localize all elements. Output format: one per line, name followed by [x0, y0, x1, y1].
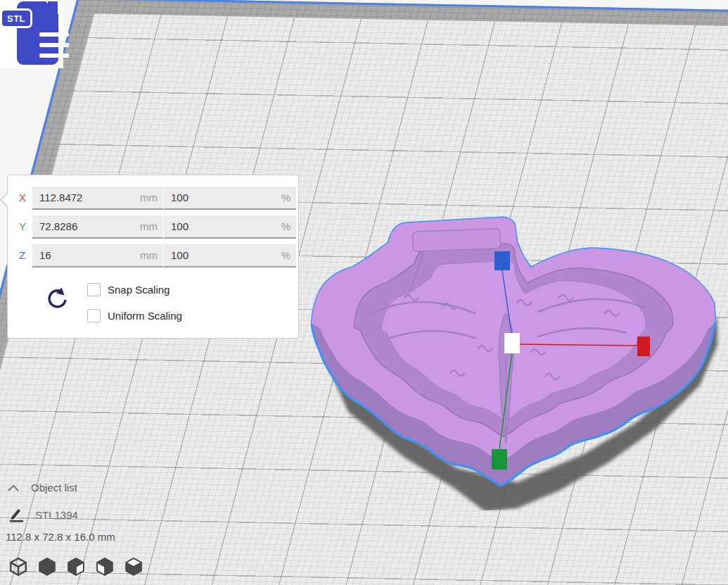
object-dimensions: 112.8 x 72.8 x 16.0 mm — [6, 531, 115, 543]
percent-unit: % — [281, 220, 290, 232]
cube-top-face-icon — [124, 557, 143, 577]
uniform-scaling-checkbox[interactable] — [87, 309, 101, 322]
y-mm-field[interactable]: 72.8286 mm — [32, 215, 163, 239]
view-front-button[interactable] — [37, 557, 57, 577]
center-scale-handle[interactable] — [504, 333, 520, 353]
cube-right-face-icon — [66, 557, 86, 577]
view-left-button[interactable] — [95, 557, 115, 577]
chevron-up-icon — [7, 484, 20, 492]
cube-wireframe-icon — [8, 557, 28, 577]
view-right-button[interactable] — [124, 557, 143, 577]
mm-unit: mm — [140, 220, 158, 232]
view-top-button[interactable] — [66, 557, 86, 577]
view-3d-button[interactable] — [8, 557, 28, 577]
mm-unit: mm — [140, 191, 158, 203]
y-scale-handle[interactable] — [492, 449, 507, 470]
snap-scaling-label: Snap Scaling — [108, 284, 170, 296]
z-mm-field[interactable]: 16 mm — [32, 244, 163, 268]
percent-unit: % — [281, 249, 290, 261]
model-3d-view — [306, 208, 728, 510]
stl-badge: STL — [0, 8, 32, 28]
object-list-label: Object list — [31, 482, 77, 493]
cube-left-face-icon — [95, 557, 115, 577]
scale-row-x: X 112.8472 mm 100 % — [8, 187, 298, 210]
cube-solid-icon — [37, 557, 57, 577]
x-percent-field[interactable]: 100 % — [164, 187, 296, 210]
reset-arrow-icon — [44, 287, 69, 312]
camera-view-toolbar — [8, 557, 143, 577]
scale-row-z: Z 16 mm 100 % — [8, 244, 298, 268]
y-percent-field[interactable]: 100 % — [164, 215, 296, 239]
z-scale-handle[interactable] — [494, 251, 510, 270]
reset-scale-button[interactable] — [43, 287, 70, 313]
snap-scaling-checkbox[interactable] — [87, 283, 101, 296]
z-percent-field[interactable]: 100 % — [164, 244, 296, 268]
y-axis-label: Y — [19, 220, 26, 232]
object-name: STL1394 — [35, 509, 78, 521]
percent-unit: % — [281, 191, 290, 203]
scale-row-y: Y 72.8286 mm 100 % — [8, 215, 298, 239]
x-mm-field[interactable]: 112.8472 mm — [32, 187, 163, 210]
object-list-toggle[interactable]: Object list — [7, 482, 77, 493]
x-scale-handle[interactable] — [637, 336, 650, 356]
object-list-item[interactable]: STL1394 — [8, 507, 78, 522]
uniform-scaling-row: Uniform Scaling — [87, 308, 182, 322]
x-axis-label: X — [19, 191, 26, 203]
snap-scaling-row: Snap Scaling — [87, 282, 170, 296]
z-axis-label: Z — [19, 249, 25, 261]
pencil-icon — [8, 507, 24, 522]
viewport: STL X 112.8472 mm 100 % Y 72.8286 mm 100 — [0, 0, 728, 585]
mm-unit: mm — [140, 249, 158, 261]
uniform-scaling-label: Uniform Scaling — [108, 310, 182, 322]
scale-tool-panel: X 112.8472 mm 100 % Y 72.8286 mm 100 % Z — [7, 175, 299, 339]
